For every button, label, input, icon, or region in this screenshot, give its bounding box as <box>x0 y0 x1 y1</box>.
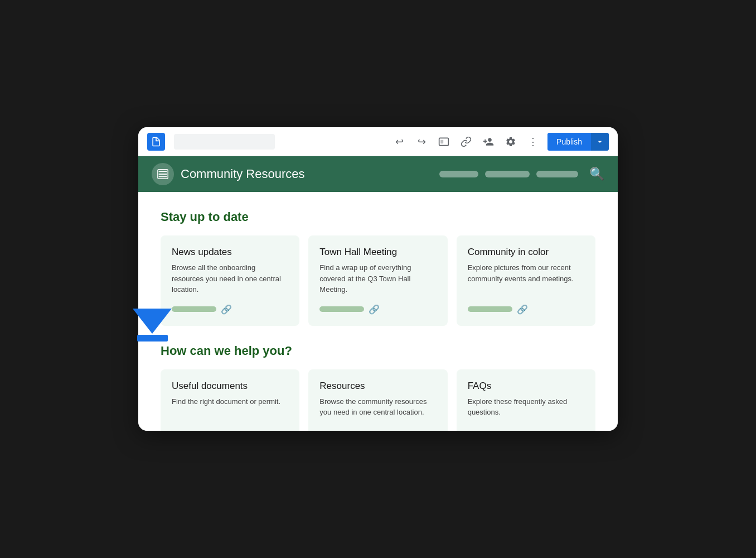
section-help: How can we help you? Useful documents Fi… <box>161 344 595 431</box>
toolbar-icons: ↩ ↪ ⋮ <box>389 132 543 152</box>
bottom-card-1-desc: Find the right document or permit. <box>172 396 288 407</box>
bottom-card-3-title: FAQs <box>468 381 584 392</box>
settings-button[interactable] <box>501 132 521 152</box>
card-grid-2: Useful documents Find the right document… <box>161 369 595 431</box>
more-button[interactable]: ⋮ <box>523 132 543 152</box>
town-hall-card[interactable]: Town Hall Meeting Find a wrap up of ever… <box>308 235 447 326</box>
bottom-card-1-title: Useful documents <box>172 381 288 392</box>
docs-icon <box>151 136 162 147</box>
site-header: Community Resources 🔍 <box>138 156 618 192</box>
redo-button[interactable]: ↪ <box>411 132 432 152</box>
card-1-link-icon[interactable]: 🔗 <box>221 304 232 315</box>
card-2-title: Town Hall Meeting <box>319 247 436 258</box>
section-stay-up-to-date: Stay up to date News updates Browse all … <box>161 210 595 326</box>
bottom-card-2-title: Resources <box>319 381 436 392</box>
bottom-card-3-desc: Explore these frequently asked questions… <box>468 396 584 418</box>
card-3-link-bar <box>468 306 512 312</box>
card-3-link-icon[interactable]: 🔗 <box>517 304 528 315</box>
card-2-footer: 🔗 <box>319 304 436 315</box>
card-2-desc: Find a wrap up of everything covered at … <box>319 262 436 295</box>
card-3-desc: Explore pictures from our recent communi… <box>468 262 584 295</box>
card-3-title: Community in color <box>468 247 584 258</box>
card-2-link-icon[interactable]: 🔗 <box>369 304 380 315</box>
news-updates-card[interactable]: News updates Browse all the onboarding r… <box>161 235 299 326</box>
card-1-footer: 🔗 <box>172 304 288 315</box>
nav-placeholder-3[interactable] <box>536 171 578 177</box>
site-nav <box>439 171 578 177</box>
svg-rect-1 <box>440 140 443 143</box>
section-2-title: How can we help you? <box>161 344 595 358</box>
site-title: Community Resources <box>181 167 433 181</box>
bottom-card-2-desc: Browse the community resources you need … <box>319 396 436 418</box>
card-3-footer: 🔗 <box>468 304 584 315</box>
site-content: Stay up to date News updates Browse all … <box>138 192 618 431</box>
card-1-link-bar <box>172 306 216 312</box>
site-search-icon[interactable]: 🔍 <box>589 167 604 181</box>
useful-documents-card[interactable]: Useful documents Find the right document… <box>161 369 299 431</box>
site-logo <box>152 163 174 185</box>
faqs-card[interactable]: FAQs Explore these frequently asked ques… <box>457 369 595 431</box>
card-grid-1: News updates Browse all the onboarding r… <box>161 235 595 326</box>
preview-button[interactable] <box>434 132 454 152</box>
document-title-placeholder <box>174 134 275 150</box>
link-button[interactable] <box>456 132 476 152</box>
nav-placeholder-1[interactable] <box>439 171 478 177</box>
nav-placeholder-2[interactable] <box>485 171 530 177</box>
card-1-desc: Browse all the onboarding resources you … <box>172 262 288 295</box>
site-logo-icon <box>157 168 169 180</box>
app-logo <box>147 133 165 151</box>
resources-card[interactable]: Resources Browse the community resources… <box>308 369 447 431</box>
add-person-button[interactable] <box>478 132 498 152</box>
community-in-color-card[interactable]: Community in color Explore pictures from… <box>457 235 595 326</box>
section-1-title: Stay up to date <box>161 210 595 224</box>
publish-button-group: Publish <box>547 133 609 151</box>
toolbar: ↩ ↪ ⋮ Publish <box>138 127 618 156</box>
app-window: ↩ ↪ ⋮ Publish <box>138 127 618 431</box>
card-1-title: News updates <box>172 247 288 258</box>
publish-dropdown-button[interactable] <box>591 133 609 151</box>
undo-button[interactable]: ↩ <box>389 132 409 152</box>
publish-button[interactable]: Publish <box>547 133 591 151</box>
card-2-link-bar <box>319 306 364 312</box>
